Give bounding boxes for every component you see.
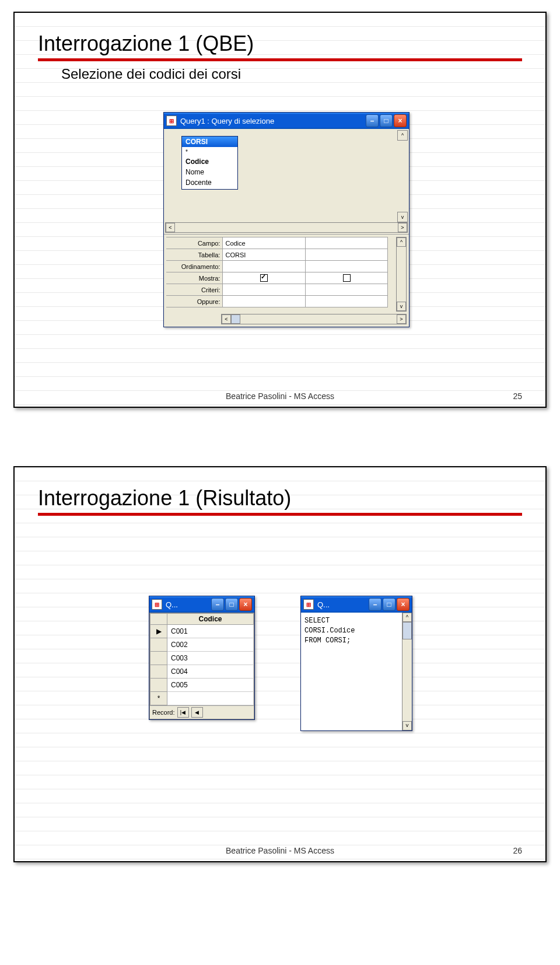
slide-subtitle: Selezione dei codici dei corsi (61, 66, 522, 82)
grid-vscrollbar[interactable]: ^ v (396, 237, 407, 312)
field-star[interactable]: * (186, 148, 234, 156)
window-titlebar[interactable]: ⊞ Query1 : Query di selezione – □ × (164, 113, 409, 129)
query-icon: ⊞ (166, 116, 177, 126)
title-underline (38, 58, 522, 61)
grid-label-oppure: Oppure: (166, 296, 223, 307)
grid-ord-col2[interactable] (306, 261, 388, 272)
scroll-right-button[interactable]: > (398, 223, 407, 232)
sql-text-area[interactable]: SELECT CORSI.Codice FROM CORSI; ^ v (301, 613, 412, 730)
row-selector-header[interactable] (150, 614, 167, 625)
checkbox-checked-icon[interactable] (260, 274, 268, 282)
sql-line: FROM CORSI; (304, 636, 408, 646)
table-row: C002 (150, 638, 254, 652)
record-label: Record: (152, 709, 175, 716)
sql-line: SELECT (304, 616, 408, 626)
row-selector[interactable] (150, 638, 167, 652)
result-datasheet-window: ⊞ Q... – □ × Codice ▶C001 C002 C003 (149, 596, 255, 720)
window-titlebar[interactable]: ⊞ Q... – □ × (301, 596, 412, 613)
grid-scroll-thumb[interactable] (231, 314, 240, 324)
sql-view-window: ⊞ Q... – □ × SELECT CORSI.Codice FROM CO… (300, 596, 412, 731)
close-button[interactable]: × (239, 598, 252, 611)
field-nome[interactable]: Nome (186, 167, 234, 177)
row-selector[interactable] (150, 665, 167, 679)
scroll-down-button[interactable]: v (397, 212, 408, 222)
row-selector[interactable] (150, 652, 167, 665)
designer-grid: Campo: Codice Tabella: CORSI Ordinamento… (164, 235, 409, 327)
table-fields: * Codice Nome Docente (182, 147, 237, 189)
horizontal-scrollbar[interactable]: < > (165, 222, 408, 233)
grid-label-ordinamento: Ordinamento: (166, 261, 223, 272)
slide-title: Interrogazione 1 (Risultato) (38, 486, 522, 511)
grid-scroll-right[interactable]: > (397, 314, 406, 324)
cell[interactable]: C001 (167, 625, 254, 638)
cell[interactable]: C002 (167, 638, 254, 652)
page-number: 25 (513, 391, 522, 401)
cell[interactable]: C005 (167, 679, 254, 692)
table-box-title: CORSI (182, 137, 237, 147)
window-titlebar[interactable]: ⊞ Q... – □ × (149, 596, 254, 613)
grid-label-criteri: Criteri: (166, 284, 223, 296)
grid-label-mostra: Mostra: (166, 272, 223, 284)
row-selector-new[interactable]: * (150, 692, 167, 705)
maximize-button[interactable]: □ (383, 598, 396, 611)
maximize-button[interactable]: □ (225, 598, 238, 611)
nav-prev-button[interactable]: ◀ (191, 707, 203, 718)
slide-footer: Beatrice Pasolini - MS Access 25 (15, 391, 545, 401)
table-row: C004 (150, 665, 254, 679)
query-design-window: ⊞ Query1 : Query di selezione – □ × ^ v … (163, 112, 410, 327)
window-title: Query1 : Query di selezione (180, 117, 366, 125)
checkbox-unchecked-icon[interactable] (343, 274, 351, 282)
cell[interactable]: C004 (167, 665, 254, 679)
grid-oppure-col1[interactable] (223, 296, 306, 307)
grid-campo-col1[interactable]: Codice (223, 237, 306, 249)
table-row-new: * (150, 692, 254, 705)
sql-scroll-thumb[interactable] (402, 622, 412, 639)
sql-scroll-up[interactable]: ^ (402, 613, 412, 622)
field-docente[interactable]: Docente (186, 177, 234, 188)
grid-hscrollbar[interactable]: < > (221, 314, 407, 324)
grid-ord-col1[interactable] (223, 261, 306, 272)
table-row: C003 (150, 652, 254, 665)
minimize-button[interactable]: – (369, 598, 382, 611)
maximize-button[interactable]: □ (380, 114, 393, 127)
grid-tabella-col1[interactable]: CORSI (223, 249, 306, 261)
field-codice[interactable]: Codice (186, 156, 234, 167)
record-navigator: Record: |◀ ◀ (150, 705, 254, 719)
grid-campo-col2[interactable] (306, 237, 388, 249)
grid-mostra-col2[interactable] (306, 272, 388, 284)
minimize-button[interactable]: – (211, 598, 224, 611)
table-row: ▶C001 (150, 625, 254, 638)
table-box-corsi[interactable]: CORSI * Codice Nome Docente (181, 136, 238, 190)
grid-criteri-col1[interactable] (223, 284, 306, 296)
grid-scroll-left[interactable]: < (222, 314, 231, 324)
query-icon: ⊞ (152, 599, 162, 610)
close-button[interactable]: × (397, 598, 410, 611)
slide-footer: Beatrice Pasolini - MS Access 26 (15, 846, 545, 855)
sql-scroll-down[interactable]: v (402, 721, 412, 730)
column-header-codice[interactable]: Codice (167, 614, 254, 625)
grid-scroll-down[interactable]: v (397, 302, 406, 311)
cell[interactable]: C003 (167, 652, 254, 665)
grid-label-tabella: Tabella: (166, 249, 223, 261)
grid-mostra-col1[interactable] (223, 272, 306, 284)
grid-scroll-up[interactable]: ^ (397, 237, 406, 247)
footer-text: Beatrice Pasolini - MS Access (226, 846, 334, 855)
row-selector[interactable] (150, 679, 167, 692)
scroll-left-button[interactable]: < (166, 223, 175, 232)
cell-new[interactable] (167, 692, 254, 705)
slide-2: Interrogazione 1 (Risultato) ⊞ Q... – □ … (13, 466, 547, 862)
minimize-button[interactable]: – (366, 114, 379, 127)
datasheet: Codice ▶C001 C002 C003 C004 C005 * Recor… (149, 613, 254, 719)
close-button[interactable]: × (394, 114, 407, 127)
slide-title: Interrogazione 1 (QBE) (38, 32, 522, 56)
grid-label-campo: Campo: (166, 237, 223, 249)
grid-criteri-col2[interactable] (306, 284, 388, 296)
query-icon: ⊞ (303, 599, 314, 610)
title-underline (38, 513, 522, 516)
grid-oppure-col2[interactable] (306, 296, 388, 307)
row-selector[interactable]: ▶ (150, 625, 167, 638)
scroll-up-button[interactable]: ^ (397, 130, 408, 141)
nav-first-button[interactable]: |◀ (177, 707, 189, 718)
grid-tabella-col2[interactable] (306, 249, 388, 261)
sql-vscrollbar[interactable]: ^ v (402, 613, 412, 730)
